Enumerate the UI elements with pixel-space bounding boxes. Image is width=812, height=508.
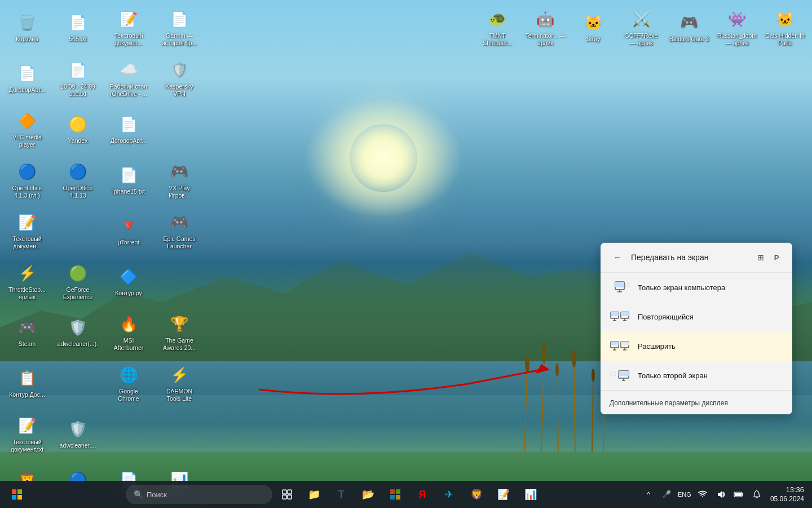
clock-area[interactable]: 13:36 05.06.2024 <box>767 484 807 505</box>
svg-rect-19 <box>611 312 619 316</box>
icon-label-openoffice1: OpenOffice 4.1.3 (гл.) <box>7 185 47 199</box>
icon-label-adwcleaner1: adwcleaner(...). <box>58 340 98 348</box>
icon-label-onedrive: Рабочий стол (OneDrive - ... <box>108 83 149 97</box>
tray-chevron[interactable]: ^ <box>639 485 657 503</box>
desktop-icon-openoffice2[interactable]: 🔵OpenOffice 4.1.13 <box>55 157 100 202</box>
icon-label-text-doc1: Текстовый докумен... <box>108 32 149 46</box>
taskbar-app-teams[interactable]: T <box>329 482 354 507</box>
panel-title: Передавать на экран <box>631 253 748 262</box>
icon-label-vx-play: VX Play Игров... <box>159 185 200 199</box>
display-icon-duplicate <box>610 310 630 323</box>
svg-line-6 <box>574 361 575 452</box>
desktop-icon-vx-play[interactable]: 🎮VX Play Игров... <box>157 157 202 202</box>
icon-label-iphone15: Iphane15.txt <box>112 188 145 195</box>
desktop-icon-file-1009[interactable]: 📄10 09 - 24 09 всё.txt <box>55 55 100 100</box>
desktop-icon-dogovor-avt[interactable]: 📄ДоговорАвт... <box>5 55 50 100</box>
display-option-pc-only[interactable]: Только экран компьютера <box>601 273 792 302</box>
taskbar-app-brave[interactable]: 🦁 <box>464 482 489 507</box>
taskbar-app-explorer2[interactable]: 📂 <box>356 482 381 507</box>
icon-label-throttlestop: ThrottleStop... ярлык <box>7 286 47 300</box>
search-placeholder: Поиск <box>147 491 167 499</box>
excel-icon: 📊 <box>524 488 537 501</box>
svg-rect-31 <box>621 341 629 345</box>
desktop-icon-kaspersky-vpn[interactable]: 🛡️Kaspersky VPN <box>157 55 202 100</box>
desktop-icon-adwcleaner1[interactable]: 🛡️adwcleaner(...). <box>55 309 100 354</box>
desktop-icon-recycle-bin[interactable]: 🗑️Корзина <box>5 5 50 50</box>
desktop-icon-msi[interactable]: 🔥MSI Afterburner <box>106 309 151 354</box>
desktop-icon-google-chrome[interactable]: 🌐Google Chrome <box>106 360 151 405</box>
desktop-icon-daemon-tools[interactable]: ⚡DAEMON Tools Lite <box>157 360 202 405</box>
desktop-icon-iphone15[interactable]: 📄Iphane15.txt <box>106 157 151 202</box>
start-button[interactable] <box>5 482 29 507</box>
taskbar-search[interactable]: 🔍 Поиск <box>126 485 272 504</box>
icon-img-game-awards: 🏆 <box>168 313 191 335</box>
p-icon-btn[interactable]: P <box>770 251 783 264</box>
desktop-icon-kontur-doc[interactable]: 📋Контур.Дос... <box>5 360 50 405</box>
top-right-icons: 🐢TMNT Shredder...🤖Terminator... — арлик🐱… <box>470 0 812 54</box>
desktop-icon-vlc[interactable]: 🔶VLC media player <box>5 106 50 151</box>
svg-rect-36 <box>619 371 629 376</box>
desktop-icon-file-565[interactable]: 📄565.txt <box>55 5 100 50</box>
taskbar-app-start2[interactable] <box>383 482 408 507</box>
taskbar-app-file-explorer[interactable]: 📁 <box>302 482 326 507</box>
desktop-icon-throttlestop[interactable]: ⚡ThrottleStop... ярлык <box>5 259 50 304</box>
tray-wifi[interactable] <box>694 485 712 503</box>
desktop-icon-openoffice1[interactable]: 🔵OpenOffice 4.1.3 (гл.) <box>5 157 50 202</box>
svg-rect-34 <box>611 372 616 376</box>
desktop-icon-dogovor2[interactable]: 📄ДоговорАвт... <box>106 106 151 151</box>
display-settings-link[interactable]: Дополнительные параметры дисплея <box>610 399 728 407</box>
icon-img-dogovor-avt: 📄 <box>16 62 38 85</box>
file-explorer-icon: 📁 <box>308 488 320 501</box>
yandex-taskbar-icon: Я <box>419 489 426 501</box>
display-option-duplicate[interactable]: Повторяющийся <box>601 302 792 331</box>
desktop-icon-gcff[interactable]: ⚔️GCFF7Rexe — ярлик <box>619 5 664 50</box>
system-tray: ^ 🎤 ENG <box>639 485 766 503</box>
desktop-icon-text-doc1[interactable]: 📝Текстовый докумен... <box>106 5 151 50</box>
display-option-second-only[interactable]: Только второй экран <box>601 361 792 390</box>
taskbar-left <box>0 482 29 507</box>
desktop-icon-geforce[interactable]: 🟢GeForce Experience <box>55 259 100 304</box>
icon-label-dogovor2: ДоговорАвт... <box>111 137 147 144</box>
desktop-icon-tmnt[interactable]: 🐢TMNT Shredder... <box>475 5 520 50</box>
desktop-icon-text-doc2[interactable]: 📝Текстовый докумен... <box>5 208 50 253</box>
taskbar-app-yandex[interactable]: Я <box>410 482 435 507</box>
taskbar-app-notepad[interactable]: 📝 <box>491 482 516 507</box>
taskbar-app-telegram[interactable]: ✈ <box>437 482 462 507</box>
desktop-icon-baldurs[interactable]: 🎮Baldurs Gate 3 <box>667 5 712 50</box>
taskbar-app-excel[interactable]: 📊 <box>518 482 543 507</box>
panel-back-button[interactable]: ← <box>610 249 625 265</box>
desktop-icon-yandex[interactable]: 🟡Yandex <box>55 106 100 151</box>
svg-rect-46 <box>288 495 292 499</box>
icon-img-kontur-ru: 🔷 <box>117 265 140 288</box>
win-icon-btn[interactable]: ⊞ <box>754 251 767 264</box>
tray-battery[interactable] <box>730 485 748 503</box>
icon-label-text-doc2: Текстовый докумен... <box>7 235 47 249</box>
desktop-icon-stray[interactable]: 🐱Stray <box>571 5 616 50</box>
desktop-icon-adwcleaner2[interactable]: 🛡️adwcleaner.... <box>55 411 100 456</box>
icon-img-yandex: 🟡 <box>67 113 89 135</box>
task-view-icon <box>282 489 292 500</box>
panel-footer: Дополнительные параметры дисплея <box>601 390 792 414</box>
taskbar-app-task-view[interactable] <box>275 482 299 507</box>
tray-language[interactable]: ENG <box>676 485 694 503</box>
start2-icon <box>390 489 400 500</box>
desktop-icon-onedrive[interactable]: ☁️Рабочий стол (OneDrive - ... <box>106 55 151 100</box>
desktop-icon-cats-hidden[interactable]: 🐱Cats Hidden In Paris <box>762 5 807 50</box>
desktop-icon-terminator[interactable]: 🤖Terminator... — арлик <box>523 5 568 50</box>
icon-label-game-awards: The Game Awards 20... <box>159 337 200 351</box>
desktop-icon-kontur-ru[interactable]: 🔷Контур.ру <box>106 259 151 304</box>
desktop-icon-russian-doom[interactable]: 👾Russian_doom — ярлик <box>714 5 760 50</box>
icon-label-kaspersky-vpn: Kaspersky VPN <box>159 83 200 97</box>
desktop-icons-area: 🗑️Корзина📄565.txt📝Текстовый докумен...📄G… <box>0 0 282 463</box>
tray-mic[interactable]: 🎤 <box>657 485 676 503</box>
desktop-icon-utorrent[interactable]: 🔻µTorrent <box>106 208 151 253</box>
desktop-icon-garmin[interactable]: 📄Garmin — история бр... <box>157 5 202 50</box>
tray-notification[interactable] <box>748 485 766 503</box>
desktop-icon-steam[interactable]: 🎮Steam <box>5 309 50 354</box>
desktop-icon-text-doc3[interactable]: 📝Текстовый документ.txt <box>5 411 50 456</box>
desktop-icon-epic-games[interactable]: 🎮Epic Games Launcher <box>157 208 202 253</box>
display-option-extend[interactable]: Расширить <box>601 331 792 361</box>
tray-volume[interactable] <box>712 485 730 503</box>
clock-date: 05.06.2024 <box>770 495 804 504</box>
desktop-icon-game-awards[interactable]: 🏆The Game Awards 20... <box>157 309 202 354</box>
